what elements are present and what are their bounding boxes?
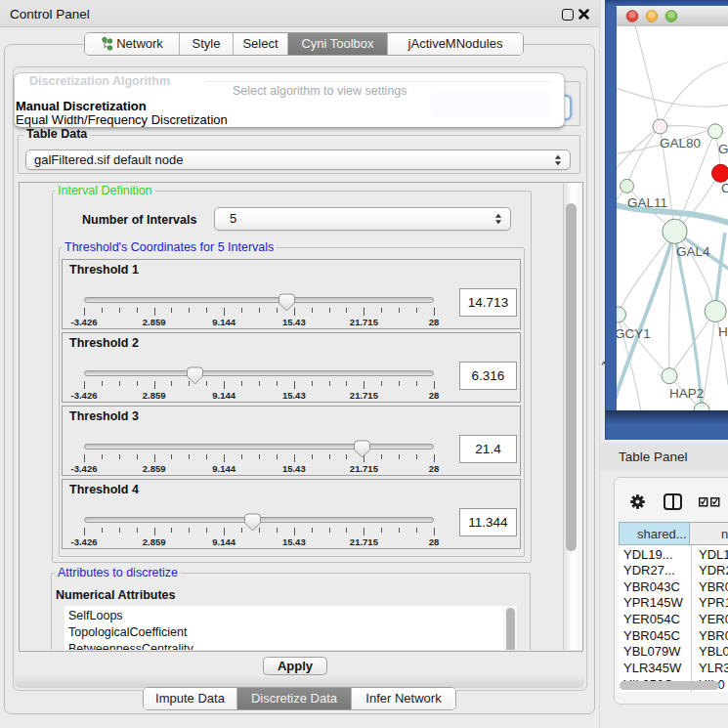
svg-text:GAL11: GAL11 bbox=[627, 195, 667, 210]
svg-text:GA: GA bbox=[718, 142, 728, 156]
svg-text:H: H bbox=[718, 324, 728, 339]
svg-text:GCY1: GCY1 bbox=[617, 326, 651, 341]
svg-text:GAL80: GAL80 bbox=[660, 136, 701, 150]
svg-text:HAP2: HAP2 bbox=[669, 386, 704, 401]
svg-text:GAL4: GAL4 bbox=[676, 244, 710, 259]
svg-text:C: C bbox=[721, 181, 728, 195]
